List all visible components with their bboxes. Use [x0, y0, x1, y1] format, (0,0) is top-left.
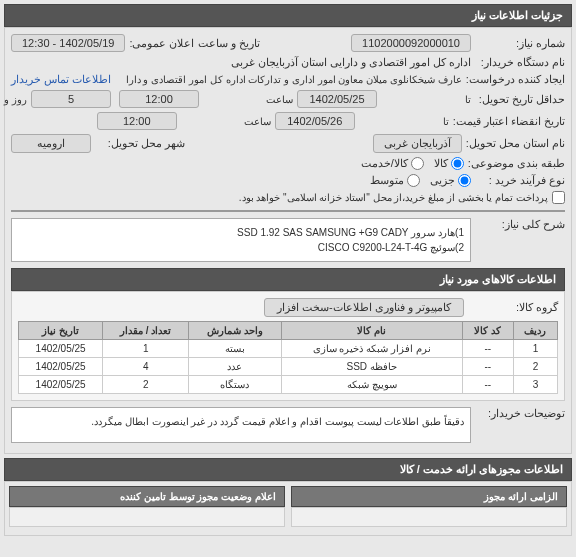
radio-low-input[interactable] — [458, 174, 471, 187]
cell-row: 2 — [513, 358, 557, 376]
radio-goods[interactable]: کالا — [434, 157, 464, 170]
label-goods-group: گروه کالا: — [468, 301, 558, 314]
cell-name: حافظه SSD — [281, 358, 462, 376]
table-header-row: ردیف کد کالا نام کالا واحد شمارش تعداد /… — [19, 322, 558, 340]
table-row[interactable]: 2 -- حافظه SSD عدد 4 1402/05/25 — [19, 358, 558, 376]
radio-goods-label: کالا — [434, 157, 448, 170]
th-name: نام کالا — [281, 322, 462, 340]
table-row[interactable]: 3 -- سوییچ شبکه دستگاه 2 1402/05/25 — [19, 376, 558, 394]
cell-date: 1402/05/25 — [19, 358, 103, 376]
credit-date: 1402/05/26 — [275, 112, 355, 130]
label-need-no: شماره نیاز: — [475, 37, 565, 50]
section-need-details-header: جزئیات اطلاعات نیاز — [4, 4, 572, 27]
buyer-notes-box: دقیقاً طبق اطلاعات لیست پیوست اقدام و اع… — [11, 407, 471, 443]
label-buyer-org: نام دستگاه خریدار: — [475, 56, 565, 69]
th-date: تاریخ نیاز — [19, 322, 103, 340]
value-need-no: 1102000092000010 — [351, 34, 471, 52]
cell-qty: 2 — [103, 376, 189, 394]
items-table: ردیف کد کالا نام کالا واحد شمارش تعداد /… — [18, 321, 558, 394]
radio-mid-input[interactable] — [407, 174, 420, 187]
radio-goods-input[interactable] — [451, 157, 464, 170]
section-items-header: اطلاعات کالاهای مورد نیاز — [11, 268, 565, 291]
cell-name: نرم افزار شبکه ذخیره سازی — [281, 340, 462, 358]
cell-qty: 1 — [103, 340, 189, 358]
table-row[interactable]: 1 -- نرم افزار شبکه ذخیره سازی بسته 1 14… — [19, 340, 558, 358]
value-requester: عارف شیخکانلوی میلان معاون امور اداری و … — [126, 74, 462, 85]
radio-mid[interactable]: متوسط — [370, 174, 420, 187]
license-area: الزامی ارائه مجوز اعلام وضعیت مجوز توسط … — [4, 481, 572, 536]
need-details-form: شماره نیاز: 1102000092000010 تاریخ و ساع… — [4, 27, 572, 454]
self-license-header: الزامی ارائه مجوز — [291, 486, 567, 507]
cell-unit: بسته — [189, 340, 281, 358]
radio-service-input[interactable] — [411, 157, 424, 170]
cell-date: 1402/05/25 — [19, 376, 103, 394]
th-row: ردیف — [513, 322, 557, 340]
purchase-type-group: جزیی متوسط — [370, 174, 471, 187]
radio-service-label: کالا/خدمت — [361, 157, 408, 170]
remaining-days: 5 — [31, 90, 111, 108]
value-buyer-org: اداره کل امور اقتصادی و دارایی استان آذر… — [231, 56, 471, 69]
label-credit-expiry: تاریخ انقضاء اعتبار قیمت: — [453, 115, 565, 128]
deadline-date: 1402/05/25 — [297, 90, 377, 108]
general-title-box: 1)هارد سرور SSD 1.92 SAS SAMSUNG +G9 CAD… — [11, 218, 471, 262]
contact-info-link[interactable]: اطلاعات تماس خریدار — [11, 73, 111, 86]
label-until-1: تا — [381, 94, 471, 105]
supplier-license-body — [9, 507, 285, 527]
th-qty: تعداد / مقدار — [103, 322, 189, 340]
radio-low-label: جزیی — [430, 174, 455, 187]
label-packaging: طبقه بندی موضوعی: — [468, 157, 565, 170]
separator — [11, 210, 565, 212]
label-time-1: ساعت — [203, 94, 293, 105]
radio-service[interactable]: کالا/خدمت — [361, 157, 424, 170]
label-purchase-type: نوع فرآیند خرید : — [475, 174, 565, 187]
cell-unit: عدد — [189, 358, 281, 376]
cell-code: -- — [462, 340, 513, 358]
payment-note: پرداخت تمام یا بخشی از مبلغ خرید،از محل … — [239, 192, 548, 203]
value-goods-group: کامپیوتر و فناوری اطلاعات-سخت افزار — [264, 298, 464, 317]
label-announce-date: تاریخ و ساعت اعلان عمومی: — [129, 37, 259, 50]
items-box: گروه کالا: کامپیوتر و فناوری اطلاعات-سخت… — [11, 291, 565, 401]
radio-low[interactable]: جزیی — [430, 174, 471, 187]
cell-date: 1402/05/25 — [19, 340, 103, 358]
radio-mid-label: متوسط — [370, 174, 404, 187]
value-city: ارومیه — [11, 134, 91, 153]
label-requester: ایجاد کننده درخواست: — [466, 73, 565, 86]
label-until-2: تا — [359, 116, 449, 127]
credit-time: 12:00 — [97, 112, 177, 130]
cell-row: 1 — [513, 340, 557, 358]
label-province: نام استان محل تحویل: — [466, 137, 565, 150]
payment-checkbox[interactable] — [552, 191, 565, 204]
cell-code: -- — [462, 358, 513, 376]
label-deadline: حداقل تاریخ تحویل: — [475, 93, 565, 106]
cell-code: -- — [462, 376, 513, 394]
label-day-and: روز و — [0, 94, 27, 105]
label-buyer-notes: توضیحات خریدار: — [475, 407, 565, 420]
cell-qty: 4 — [103, 358, 189, 376]
value-province: آذربایجان غربی — [373, 134, 462, 153]
deadline-time: 12:00 — [119, 90, 199, 108]
label-general-title: شرح کلی نیاز: — [475, 218, 565, 231]
value-announce-date: 1402/05/19 - 12:30 — [11, 34, 125, 52]
cell-row: 3 — [513, 376, 557, 394]
supplier-license-header: اعلام وضعیت مجوز توسط تامین کننده — [9, 486, 285, 507]
self-license-body — [291, 507, 567, 527]
cell-unit: دستگاه — [189, 376, 281, 394]
th-unit: واحد شمارش — [189, 322, 281, 340]
packaging-radio-group: کالا کالا/خدمت — [361, 157, 464, 170]
label-time-2: ساعت — [181, 116, 271, 127]
label-city: شهر محل تحویل: — [95, 137, 185, 150]
cell-name: سوییچ شبکه — [281, 376, 462, 394]
th-code: کد کالا — [462, 322, 513, 340]
section-license-header: اطلاعات مجوزهای ارائه خدمت / کالا — [4, 458, 572, 481]
